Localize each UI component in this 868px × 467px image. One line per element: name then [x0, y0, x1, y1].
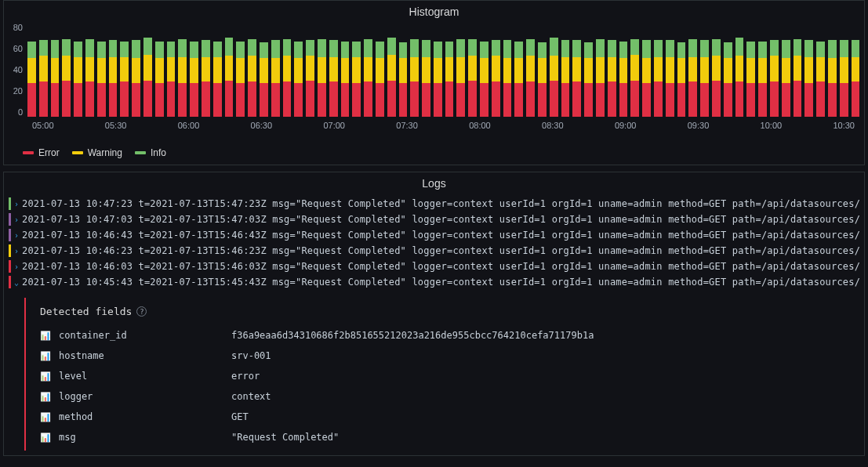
histogram-bar[interactable] — [109, 27, 118, 117]
histogram-bar[interactable] — [828, 27, 837, 117]
histogram-bar[interactable] — [712, 27, 721, 117]
legend-item-info[interactable]: Info — [135, 147, 166, 158]
histogram-bar[interactable] — [399, 27, 408, 117]
histogram-bar[interactable] — [445, 27, 454, 117]
histogram-bar[interactable] — [271, 27, 280, 117]
histogram-bar[interactable] — [410, 27, 419, 117]
y-tick: 40 — [9, 65, 23, 74]
histogram-bar[interactable] — [329, 27, 338, 117]
histogram-bar[interactable] — [248, 27, 256, 117]
histogram-bar[interactable] — [132, 27, 140, 117]
log-row[interactable]: ›2021-07-13 10:47:23 t=2021-07-13T15:47:… — [9, 196, 859, 212]
histogram-bar[interactable] — [816, 27, 825, 117]
legend-label-error: Error — [38, 147, 60, 158]
histogram-bar[interactable] — [97, 27, 106, 117]
histogram-bar[interactable] — [27, 27, 36, 117]
histogram-bar[interactable] — [746, 27, 755, 117]
histogram-bar[interactable] — [642, 27, 651, 117]
log-row[interactable]: ›2021-07-13 10:46:43 t=2021-07-13T15:46:… — [9, 227, 859, 243]
histogram-bar[interactable] — [434, 27, 442, 117]
histogram-bar[interactable] — [318, 27, 326, 117]
histogram-bar[interactable] — [677, 27, 686, 117]
stats-icon[interactable]: 📊 — [40, 371, 51, 382]
histogram-bar[interactable] — [758, 27, 767, 117]
histogram-bar[interactable] — [364, 27, 372, 117]
histogram-bar[interactable] — [306, 27, 314, 117]
chevron-right-icon[interactable]: › — [14, 231, 22, 240]
histogram-bar[interactable] — [468, 27, 477, 117]
histogram-bar[interactable] — [619, 27, 628, 117]
histogram-bar[interactable] — [202, 27, 210, 117]
log-row[interactable]: ›2021-07-13 10:46:03 t=2021-07-13T15:46:… — [9, 259, 859, 274]
histogram-bar[interactable] — [376, 27, 384, 117]
histogram-bar[interactable] — [74, 27, 82, 117]
histogram-bar[interactable] — [62, 27, 71, 117]
histogram-bar[interactable] — [155, 27, 164, 117]
histogram-bar[interactable] — [294, 27, 303, 117]
histogram-bar[interactable] — [225, 27, 234, 117]
histogram-bar[interactable] — [630, 27, 639, 117]
histogram-bar[interactable] — [770, 27, 779, 117]
histogram-bar[interactable] — [596, 27, 605, 117]
histogram-bar[interactable] — [503, 27, 512, 117]
legend-label-info: Info — [151, 147, 166, 158]
histogram-bar[interactable] — [39, 27, 48, 117]
histogram-bar[interactable] — [561, 27, 570, 117]
histogram-bar[interactable] — [735, 27, 744, 117]
histogram-bar[interactable] — [852, 27, 860, 117]
log-row[interactable]: ›2021-07-13 10:46:23 t=2021-07-13T15:46:… — [9, 243, 859, 259]
histogram-bar[interactable] — [456, 27, 465, 117]
stats-icon[interactable]: 📊 — [40, 351, 51, 361]
histogram-bar[interactable] — [782, 27, 790, 117]
histogram-bar[interactable] — [572, 27, 581, 117]
chevron-right-icon[interactable]: › — [14, 200, 22, 208]
histogram-bar[interactable] — [236, 27, 245, 117]
stats-icon[interactable]: 📊 — [40, 392, 51, 402]
histogram-bar[interactable] — [804, 27, 813, 117]
histogram-bar[interactable] — [700, 27, 709, 117]
chevron-right-icon[interactable]: › — [14, 215, 22, 224]
legend-item-warning[interactable]: Warning — [72, 147, 122, 158]
help-icon[interactable]: ? — [136, 306, 147, 317]
histogram-bar[interactable] — [688, 27, 697, 117]
histogram-bar[interactable] — [422, 27, 430, 117]
stats-icon[interactable]: 📊 — [40, 433, 51, 443]
histogram-bar[interactable] — [178, 27, 187, 117]
histogram-bar[interactable] — [167, 27, 176, 117]
histogram-bar[interactable] — [840, 27, 848, 117]
log-row[interactable]: ⌄2021-07-13 10:45:43 t=2021-07-13T15:45:… — [9, 274, 859, 290]
chevron-down-icon[interactable]: ⌄ — [14, 278, 22, 287]
log-row[interactable]: ›2021-07-13 10:47:03 t=2021-07-13T15:47:… — [9, 212, 859, 227]
histogram-bar[interactable] — [514, 27, 523, 117]
histogram-bar[interactable] — [260, 27, 268, 117]
histogram-bar[interactable] — [387, 27, 396, 117]
histogram-bar[interactable] — [143, 27, 152, 117]
histogram-bar[interactable] — [120, 27, 129, 117]
histogram-bar[interactable] — [654, 27, 663, 117]
chevron-right-icon[interactable]: › — [14, 262, 22, 271]
stats-icon[interactable]: 📊 — [40, 331, 51, 341]
histogram-bar[interactable] — [51, 27, 60, 117]
histogram-bar[interactable] — [492, 27, 500, 117]
histogram-chart[interactable]: 806040200 05:0005:3006:0006:3007:0007:30… — [4, 23, 864, 144]
stats-icon[interactable]: 📊 — [40, 412, 51, 422]
histogram-bar[interactable] — [724, 27, 732, 117]
histogram-bar[interactable] — [352, 27, 361, 117]
histogram-bar[interactable] — [526, 27, 535, 117]
histogram-bar[interactable] — [666, 27, 674, 117]
histogram-bar[interactable] — [85, 27, 94, 117]
histogram-bar[interactable] — [584, 27, 593, 117]
log-level-indicator — [9, 229, 11, 241]
histogram-bar[interactable] — [550, 27, 558, 117]
histogram-bar[interactable] — [283, 27, 292, 117]
histogram-bar[interactable] — [213, 27, 222, 117]
histogram-bar[interactable] — [608, 27, 616, 117]
histogram-bar[interactable] — [480, 27, 488, 117]
chevron-right-icon[interactable]: › — [14, 247, 22, 255]
histogram-bar[interactable] — [538, 27, 547, 117]
histogram-bar[interactable] — [341, 27, 350, 117]
detected-field-row: 📊hostnamesrv-001 — [40, 346, 859, 366]
histogram-bar[interactable] — [794, 27, 802, 117]
legend-item-error[interactable]: Error — [23, 147, 60, 158]
histogram-bar[interactable] — [190, 27, 198, 117]
